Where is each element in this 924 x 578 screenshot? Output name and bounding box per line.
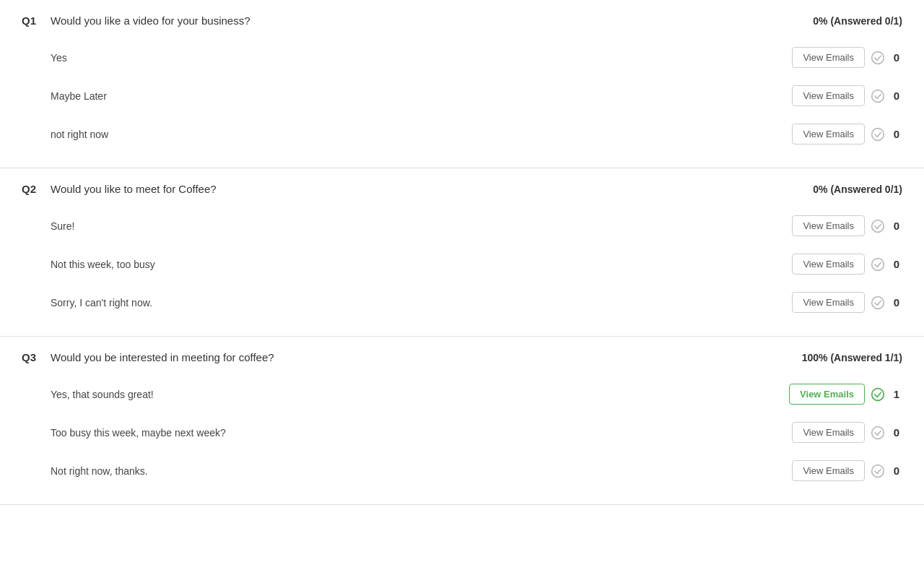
answer-count-q2-a2: 0	[891, 258, 902, 270]
answer-row-q1-a1: YesView Emails 0	[22, 38, 902, 77]
answer-actions-q2-a3: View Emails 0	[792, 292, 902, 313]
answer-actions-q3-a2: View Emails 0	[792, 422, 902, 443]
view-emails-button-q2-a2[interactable]: View Emails	[792, 254, 865, 275]
question-text-3: Would you be interested in meeting for c…	[51, 351, 274, 363]
question-text-1: Would you like a video for your business…	[51, 14, 250, 27]
check-icon-q3-a1	[871, 387, 885, 402]
answer-actions-q2-a1: View Emails 0	[792, 215, 902, 236]
answer-text-q2-a1: Sure!	[51, 220, 74, 232]
question-header-3: Q3Would you be interested in meeting for…	[22, 351, 902, 363]
view-emails-button-q2-a3[interactable]: View Emails	[792, 292, 865, 313]
answer-row-q3-a2: Too busy this week, maybe next week?View…	[22, 413, 902, 452]
question-block-1: Q1Would you like a video for your busine…	[0, 0, 924, 168]
view-emails-button-q3-a2[interactable]: View Emails	[792, 422, 865, 443]
answer-count-q3-a1: 1	[891, 388, 902, 400]
answer-text-q3-a3: Not right now, thanks.	[51, 465, 148, 477]
check-icon-q2-a1	[871, 219, 885, 233]
check-icon-q1-a1	[871, 51, 885, 65]
svg-point-2	[872, 128, 884, 140]
answer-row-q2-a1: Sure!View Emails 0	[22, 207, 902, 245]
view-emails-button-q2-a1[interactable]: View Emails	[792, 215, 865, 236]
svg-point-6	[872, 388, 884, 400]
check-icon-q3-a3	[871, 464, 885, 478]
svg-point-0	[872, 51, 884, 64]
check-icon-q3-a2	[871, 426, 885, 440]
view-emails-button-q3-a3[interactable]: View Emails	[792, 460, 865, 481]
answer-text-q1-a3: not right now	[51, 129, 108, 140]
view-emails-button-q1-a1[interactable]: View Emails	[792, 47, 865, 68]
answer-row-q3-a3: Not right now, thanks.View Emails 0	[22, 452, 902, 490]
answer-count-q1-a1: 0	[891, 51, 902, 64]
check-icon-q1-a2	[871, 89, 885, 103]
answer-text-q1-a2: Maybe Later	[51, 90, 107, 102]
answer-actions-q1-a2: View Emails 0	[792, 85, 902, 106]
svg-point-8	[872, 465, 884, 477]
question-stats-2: 0% (Answered 0/1)	[813, 184, 902, 195]
svg-point-3	[872, 220, 884, 232]
svg-point-5	[872, 296, 884, 309]
question-stats-1: 0% (Answered 0/1)	[813, 15, 902, 27]
answer-count-q1-a2: 0	[891, 90, 902, 102]
answer-actions-q1-a3: View Emails 0	[792, 124, 902, 144]
question-block-2: Q2Would you like to meet for Coffee?0% (…	[0, 168, 924, 337]
answer-text-q3-a1: Yes, that sounds great!	[51, 389, 154, 400]
question-number-1: Q1	[22, 14, 43, 27]
answer-text-q1-a1: Yes	[51, 52, 67, 64]
view-emails-button-q3-a1[interactable]: View Emails	[789, 384, 865, 405]
answer-row-q2-a3: Sorry, I can't right now.View Emails 0	[22, 283, 902, 322]
answer-actions-q3-a3: View Emails 0	[792, 460, 902, 481]
answer-count-q2-a1: 0	[891, 220, 902, 232]
view-emails-button-q1-a3[interactable]: View Emails	[792, 124, 865, 144]
answer-count-q1-a3: 0	[891, 128, 902, 140]
question-block-3: Q3Would you be interested in meeting for…	[0, 337, 924, 505]
check-icon-q2-a3	[871, 296, 885, 310]
check-icon-q2-a2	[871, 257, 885, 272]
question-text-2: Would you like to meet for Coffee?	[51, 183, 217, 195]
question-header-2: Q2Would you like to meet for Coffee?0% (…	[22, 183, 902, 195]
answer-actions-q3-a1: View Emails 1	[789, 384, 902, 405]
answer-text-q2-a3: Sorry, I can't right now.	[51, 297, 152, 309]
svg-point-1	[872, 90, 884, 102]
question-stats-3: 100% (Answered 1/1)	[802, 352, 902, 363]
svg-point-4	[872, 258, 884, 270]
view-emails-button-q1-a2[interactable]: View Emails	[792, 85, 865, 106]
question-number-2: Q2	[22, 183, 43, 195]
page-container: Q1Would you like a video for your busine…	[0, 0, 924, 578]
answer-row-q2-a2: Not this week, too busyView Emails 0	[22, 245, 902, 283]
answer-row-q1-a2: Maybe LaterView Emails 0	[22, 77, 902, 115]
answer-count-q2-a3: 0	[891, 296, 902, 309]
answer-actions-q2-a2: View Emails 0	[792, 254, 902, 275]
answer-count-q3-a3: 0	[891, 465, 902, 477]
question-number-3: Q3	[22, 351, 43, 363]
answer-count-q3-a2: 0	[891, 426, 902, 439]
svg-point-7	[872, 426, 884, 439]
answer-actions-q1-a1: View Emails 0	[792, 47, 902, 68]
question-header-1: Q1Would you like a video for your busine…	[22, 14, 902, 27]
answer-row-q1-a3: not right nowView Emails 0	[22, 115, 902, 153]
check-icon-q1-a3	[871, 127, 885, 142]
answer-row-q3-a1: Yes, that sounds great!View Emails 1	[22, 375, 902, 413]
answer-text-q2-a2: Not this week, too busy	[51, 259, 155, 270]
answer-text-q3-a2: Too busy this week, maybe next week?	[51, 427, 226, 439]
